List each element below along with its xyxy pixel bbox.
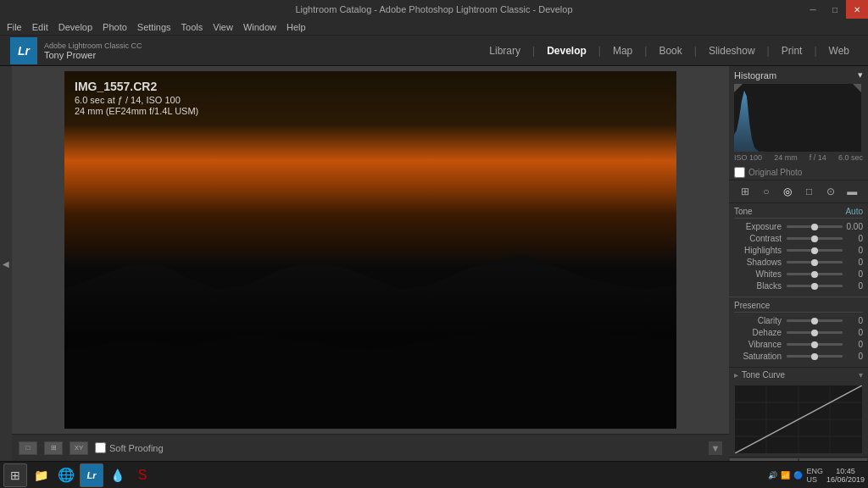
dehaze-value: 0 (843, 328, 863, 337)
histogram-header: Histogram ▾ (734, 69, 863, 80)
menu-tools[interactable]: Tools (181, 22, 203, 32)
blacks-row: Blacks 0 (734, 281, 863, 291)
tab-book[interactable]: Book (650, 42, 690, 60)
tone-curve-title: Tone Curve (742, 370, 785, 380)
tool-redeye[interactable]: ◎ (780, 184, 795, 199)
histogram-labels: ISO 100 24 mm f / 14 6.0 sec (734, 153, 863, 162)
menu-file[interactable]: File (7, 22, 22, 32)
window-controls: ─ □ ✕ (802, 0, 868, 19)
whites-label: Whites (734, 269, 787, 279)
view-mode-button-1[interactable]: □ (19, 441, 37, 455)
hist-label-ap: f / 14 (810, 153, 826, 162)
nav-tabs: Library | Develop | Map | Book | Slidesh… (481, 42, 858, 60)
svg-marker-1 (760, 151, 861, 152)
presence-title: Presence (734, 301, 770, 310)
menu-help[interactable]: Help (287, 22, 306, 32)
photo-image (64, 71, 676, 429)
original-photo-label: Original Photo (748, 168, 802, 177)
clarity-slider[interactable] (787, 319, 843, 322)
menu-settings[interactable]: Settings (137, 22, 171, 32)
taskbar-explorer[interactable]: 📁 (29, 463, 53, 487)
histogram-corner-right (853, 84, 861, 92)
exposure-row: Exposure 0.00 (734, 222, 863, 231)
expand-bottom-arrow[interactable]: ▼ (709, 441, 722, 455)
whites-slider[interactable] (787, 273, 843, 275)
title-bar: Lightroom Catalog - Adobe Photoshop Ligh… (0, 0, 868, 19)
tab-slideshow[interactable]: Slideshow (700, 42, 764, 60)
minimize-button[interactable]: ─ (802, 0, 824, 19)
highlights-label: Highlights (734, 246, 787, 255)
taskbar-dropbox[interactable]: 💧 (105, 463, 129, 487)
tone-title: Tone (734, 207, 753, 216)
tab-web[interactable]: Web (821, 42, 858, 60)
tool-radial[interactable]: ⊙ (823, 184, 838, 199)
menu-develop[interactable]: Develop (58, 22, 92, 32)
taskbar-lightroom[interactable]: Lr (80, 463, 103, 487)
soft-proofing-toggle[interactable]: Soft Proofing (95, 442, 164, 453)
tone-auto-button[interactable]: Auto (845, 207, 863, 216)
menu-photo[interactable]: Photo (103, 22, 127, 32)
left-panel-toggle[interactable]: ◀ (0, 66, 12, 461)
tool-spot[interactable]: ○ (759, 184, 774, 199)
nav-bar: Lr Adobe Lightroom Classic CC Tony Prowe… (0, 36, 868, 66)
soft-proofing-checkbox[interactable] (95, 442, 106, 453)
bottom-toolbar: □ ⊞ XY Soft Proofing ▼ (12, 434, 729, 461)
contrast-value: 0 (843, 234, 863, 243)
histogram-collapse-icon[interactable]: ▾ (858, 69, 863, 80)
clock-date: 16/06/2019 (826, 475, 865, 484)
taskbar-icons: ⊞ 📁 🌐 Lr 💧 S (3, 463, 154, 487)
dehaze-label: Dehaze (734, 328, 787, 337)
menu-view[interactable]: View (213, 22, 233, 32)
tool-gradient[interactable]: □ (802, 184, 817, 199)
menu-window[interactable]: Window (243, 22, 276, 32)
menu-edit[interactable]: Edit (32, 22, 48, 32)
shadows-slider[interactable] (787, 261, 843, 263)
tab-map[interactable]: Map (604, 42, 641, 60)
vibrance-row: Vibrance 0 (734, 340, 863, 349)
photo-lens: 24 mm (EF24mm f/1.4L USM) (75, 106, 198, 116)
tool-crop[interactable]: ⊞ (737, 184, 753, 199)
center-panel: IMG_1557.CR2 6.0 sec at ƒ / 14, ISO 100 … (12, 66, 729, 461)
taskbar-chrome[interactable]: 🌐 (54, 463, 78, 487)
maximize-button[interactable]: □ (824, 0, 846, 19)
saturation-row: Saturation 0 (734, 352, 863, 361)
view-mode-button-2[interactable]: ⊞ (44, 441, 63, 455)
system-clock: 10:45 16/06/2019 (826, 467, 865, 484)
tray-icon-1: 🔊 (768, 471, 777, 480)
view-mode-button-3[interactable]: XY (70, 441, 88, 455)
taskbar-skype[interactable]: S (131, 463, 154, 487)
tray-icon-bt: 🔵 (793, 471, 803, 480)
saturation-slider[interactable] (787, 355, 843, 358)
whites-row: Whites 0 (734, 269, 863, 279)
tab-print[interactable]: Print (773, 42, 811, 60)
close-button[interactable]: ✕ (846, 0, 868, 19)
app-name: Adobe Lightroom Classic CC (44, 42, 142, 50)
whites-value: 0 (843, 269, 863, 279)
tool-brush[interactable]: ▬ (844, 184, 860, 199)
contrast-row: Contrast 0 (734, 234, 863, 243)
taskbar: ⊞ 📁 🌐 Lr 💧 S 🔊 📶 🔵 ENGUS 10:45 16/06/201… (0, 461, 868, 488)
svg-marker-0 (734, 91, 760, 152)
tab-develop[interactable]: Develop (538, 42, 595, 60)
original-photo-checkbox[interactable] (734, 167, 745, 178)
highlights-slider[interactable] (787, 249, 843, 252)
blacks-slider[interactable] (787, 285, 843, 287)
dehaze-slider[interactable] (787, 331, 843, 334)
hist-label-ss: 6.0 sec (838, 153, 863, 162)
blacks-value: 0 (843, 281, 863, 291)
photo-area: IMG_1557.CR2 6.0 sec at ƒ / 14, ISO 100 … (12, 66, 729, 434)
clock-time: 10:45 (836, 467, 855, 475)
highlights-row: Highlights 0 (734, 246, 863, 255)
tone-curve-options-icon[interactable]: ▾ (859, 370, 863, 380)
exposure-slider[interactable] (787, 225, 843, 228)
tab-library[interactable]: Library (481, 42, 529, 60)
taskbar-start-button[interactable]: ⊞ (3, 463, 27, 487)
highlights-value: 0 (843, 246, 863, 255)
vibrance-slider[interactable] (787, 343, 843, 346)
tool-icons-row: ⊞ ○ ◎ □ ⊙ ▬ (729, 180, 868, 203)
contrast-slider[interactable] (787, 237, 843, 240)
shadows-label: Shadows (734, 258, 787, 267)
histogram-title: Histogram (734, 70, 776, 80)
tone-curve-collapse-icon[interactable]: ▸ (734, 370, 738, 380)
dehaze-row: Dehaze 0 (734, 328, 863, 337)
